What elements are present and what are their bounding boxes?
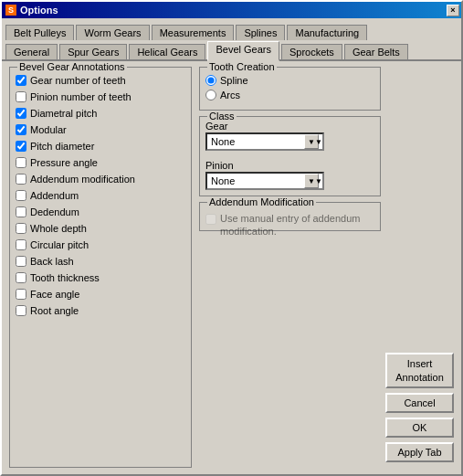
checkbox-whole-depth: Whole depth xyxy=(16,221,185,236)
tooth-creation-group: Tooth Creation Spline Arcs xyxy=(199,67,381,111)
checkbox-root-angle: Root angle xyxy=(16,303,185,318)
tab-sprockets[interactable]: Sprockets xyxy=(281,44,342,59)
gear-select-value: None xyxy=(211,136,235,147)
addendum-mod-label[interactable]: Addendum modification xyxy=(30,174,135,185)
class-content: Gear None ▼ Pinion xyxy=(205,121,374,190)
manual-addendum-label[interactable]: Use manual entry of addendum modificatio… xyxy=(220,212,374,238)
title-buttons: × xyxy=(447,5,459,16)
tab-splines[interactable]: Splines xyxy=(236,25,285,40)
close-button[interactable]: × xyxy=(447,5,459,16)
pinion-select-arrow[interactable]: ▼ xyxy=(304,174,319,188)
gear-select[interactable]: None ▼ xyxy=(205,132,324,151)
checkbox-pinion-num-teeth: Pinion number of teeth xyxy=(16,90,185,104)
checkbox-diametral-pitch: Diametral pitch xyxy=(16,106,185,121)
checkbox-circular-pitch: Circular pitch xyxy=(16,238,185,252)
window-title: Options xyxy=(20,5,58,16)
pinion-num-teeth-label[interactable]: Pinion number of teeth xyxy=(30,91,132,102)
tab-belt-pulleys[interactable]: Belt Pulleys xyxy=(5,25,74,40)
tab-gear-belts[interactable]: Gear Belts xyxy=(344,44,408,59)
pinion-num-teeth-checkbox[interactable] xyxy=(16,91,26,102)
left-panel: Bevel Gear Annotations Gear number of te… xyxy=(9,67,192,468)
face-angle-checkbox[interactable] xyxy=(16,289,26,300)
manual-addendum-checkbox[interactable] xyxy=(205,214,216,225)
class-group: Class Gear None ▼ Pini xyxy=(199,116,381,196)
checkbox-dedendum: Dedendum xyxy=(16,205,185,219)
diametral-pitch-checkbox[interactable] xyxy=(16,108,26,119)
class-label: Class xyxy=(207,111,237,122)
bevel-annotations-group: Bevel Gear Annotations Gear number of te… xyxy=(9,67,192,468)
gear-num-teeth-checkbox[interactable] xyxy=(16,75,26,86)
gear-num-teeth-label[interactable]: Gear number of teeth xyxy=(30,75,126,86)
gear-select-arrow[interactable]: ▼ xyxy=(304,134,319,149)
back-lash-checkbox[interactable] xyxy=(16,256,26,267)
pressure-angle-checkbox[interactable] xyxy=(16,157,26,168)
root-angle-checkbox[interactable] xyxy=(16,305,26,316)
right-panel: Tooth Creation Spline Arcs Class xyxy=(199,67,454,468)
action-buttons: Insert Annotation Cancel OK Apply Tab xyxy=(385,67,454,468)
arcs-label[interactable]: Arcs xyxy=(220,90,240,100)
dedendum-label[interactable]: Dedendum xyxy=(30,206,79,217)
content-area: Bevel Gear Annotations Gear number of te… xyxy=(2,61,461,473)
whole-depth-label[interactable]: Whole depth xyxy=(30,223,87,234)
pitch-diameter-label[interactable]: Pitch diameter xyxy=(30,141,94,152)
checkbox-face-angle: Face angle xyxy=(16,287,185,301)
radio-spline: Spline xyxy=(205,75,374,86)
addendum-mod-group-label: Addendum Modification xyxy=(207,196,316,207)
addendum-mod-group: Addendum Modification Use manual entry o… xyxy=(199,202,381,231)
spline-label[interactable]: Spline xyxy=(220,75,248,86)
tab-bevel-gears[interactable]: Bevel Gears xyxy=(207,41,279,61)
spline-radio[interactable] xyxy=(205,75,216,86)
tab-helical-gears[interactable]: Helical Gears xyxy=(129,44,205,59)
tooth-creation-label: Tooth Creation xyxy=(207,61,277,72)
arcs-radio[interactable] xyxy=(205,90,216,100)
title-bar-left: S Options xyxy=(5,5,58,16)
pinion-select-value: None xyxy=(211,175,235,186)
checkbox-addendum-mod: Addendum modification xyxy=(16,172,185,186)
manual-addendum-row: Use manual entry of addendum modificatio… xyxy=(205,208,374,223)
modular-checkbox[interactable] xyxy=(16,124,26,135)
checkbox-back-lash: Back lash xyxy=(16,254,185,269)
tab-row-1: Belt Pulleys Worm Gears Measurements Spl… xyxy=(2,18,461,40)
root-angle-label[interactable]: Root angle xyxy=(30,305,79,316)
checkbox-pressure-angle: Pressure angle xyxy=(16,155,185,170)
checkbox-gear-num-teeth: Gear number of teeth xyxy=(16,73,185,88)
whole-depth-checkbox[interactable] xyxy=(16,223,26,234)
tab-manufacturing[interactable]: Manufacturing xyxy=(287,25,367,40)
title-bar: S Options × xyxy=(2,2,461,18)
options-window: S Options × Belt Pulleys Worm Gears Meas… xyxy=(0,0,463,476)
cancel-button[interactable]: Cancel xyxy=(385,393,454,413)
pinion-class-section: Pinion None ▼ xyxy=(205,160,374,190)
tab-row-2: General Spur Gears Helical Gears Bevel G… xyxy=(2,39,461,61)
modular-label[interactable]: Modular xyxy=(30,124,67,135)
dedendum-checkbox[interactable] xyxy=(16,206,26,217)
radio-arcs: Arcs xyxy=(205,90,374,100)
addendum-checkbox[interactable] xyxy=(16,190,26,201)
addendum-mod-checkbox[interactable] xyxy=(16,174,26,185)
circular-pitch-checkbox[interactable] xyxy=(16,239,26,250)
tooth-thickness-checkbox[interactable] xyxy=(16,272,26,283)
addendum-label[interactable]: Addendum xyxy=(30,190,79,201)
checkbox-tooth-thickness: Tooth thickness xyxy=(16,270,185,285)
insert-annotation-button[interactable]: Insert Annotation xyxy=(385,353,454,388)
back-lash-label[interactable]: Back lash xyxy=(30,256,74,267)
checkbox-pitch-diameter: Pitch diameter xyxy=(16,139,185,153)
circular-pitch-label[interactable]: Circular pitch xyxy=(30,239,89,250)
gear-class-label: Gear xyxy=(205,121,374,132)
pinion-class-label: Pinion xyxy=(205,160,374,171)
pressure-angle-label[interactable]: Pressure angle xyxy=(30,157,98,168)
bevel-annotations-label: Bevel Gear Annotations xyxy=(17,61,127,72)
tab-spur-gears[interactable]: Spur Gears xyxy=(59,44,127,59)
pinion-select[interactable]: None ▼ xyxy=(205,172,324,190)
tab-worm-gears[interactable]: Worm Gears xyxy=(76,25,149,40)
tab-general[interactable]: General xyxy=(5,44,58,59)
checkbox-modular: Modular xyxy=(16,122,185,137)
gear-select-wrapper: None ▼ xyxy=(205,132,324,151)
tooth-thickness-label[interactable]: Tooth thickness xyxy=(30,272,100,283)
ok-button[interactable]: OK xyxy=(385,418,454,438)
apply-tab-button[interactable]: Apply Tab xyxy=(385,442,454,462)
diametral-pitch-label[interactable]: Diametral pitch xyxy=(30,108,97,119)
face-angle-label[interactable]: Face angle xyxy=(30,289,79,300)
tab-measurements[interactable]: Measurements xyxy=(152,25,235,40)
pinion-select-wrapper: None ▼ xyxy=(205,172,324,190)
pitch-diameter-checkbox[interactable] xyxy=(16,141,26,152)
